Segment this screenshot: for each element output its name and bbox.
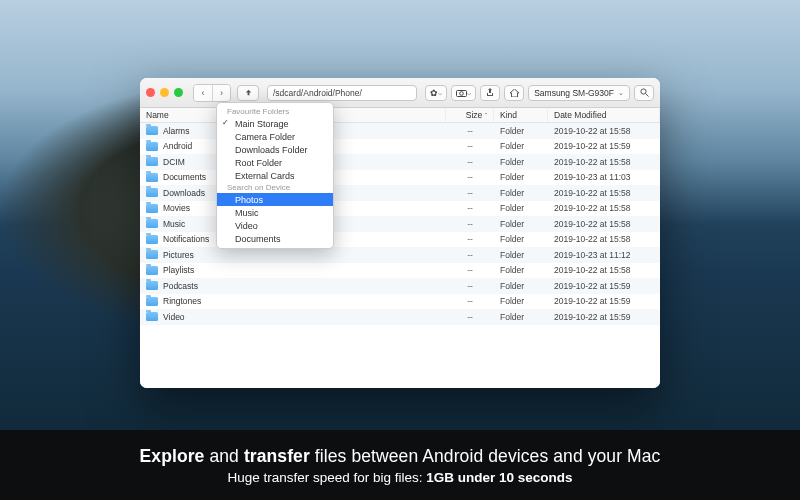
- dropdown-item[interactable]: Music: [217, 206, 333, 219]
- traffic-lights: [146, 88, 183, 97]
- file-date: 2019-10-22 at 15:58: [548, 219, 660, 229]
- folder-icon: [146, 126, 158, 135]
- file-kind: Folder: [494, 281, 548, 291]
- file-size: --: [446, 296, 494, 306]
- back-button[interactable]: ‹: [194, 85, 212, 101]
- file-kind: Folder: [494, 265, 548, 275]
- file-name: DCIM: [163, 157, 185, 167]
- file-size: --: [446, 219, 494, 229]
- file-date: 2019-10-22 at 15:58: [548, 157, 660, 167]
- dropdown-section-header: Search on Device: [217, 182, 333, 193]
- file-name: Pictures: [163, 250, 194, 260]
- dropdown-item[interactable]: Documents: [217, 232, 333, 245]
- close-button[interactable]: [146, 88, 155, 97]
- table-row[interactable]: Ringtones--Folder2019-10-22 at 15:59: [140, 294, 660, 310]
- file-kind: Folder: [494, 172, 548, 182]
- table-row[interactable]: Podcasts--Folder2019-10-22 at 15:59: [140, 278, 660, 294]
- marketing-caption: Explore and transfer files between Andro…: [0, 430, 800, 500]
- file-kind: Folder: [494, 296, 548, 306]
- caption-line-2: Huge transfer speed for big files: 1GB u…: [227, 470, 572, 485]
- up-folder-button[interactable]: [237, 85, 259, 101]
- search-icon: [640, 88, 649, 97]
- dropdown-item[interactable]: Main Storage: [217, 117, 333, 130]
- folder-icon: [146, 219, 158, 228]
- file-name: Video: [163, 312, 185, 322]
- device-label: Samsung SM-G930F: [534, 88, 614, 98]
- column-size[interactable]: Size ˆ: [446, 108, 494, 122]
- dropdown-item[interactable]: Root Folder: [217, 156, 333, 169]
- file-kind: Folder: [494, 188, 548, 198]
- file-size: --: [446, 312, 494, 322]
- table-row[interactable]: Pictures--Folder2019-10-23 at 11:12: [140, 247, 660, 263]
- folder-icon: [146, 157, 158, 166]
- folder-icon: [146, 281, 158, 290]
- file-name: Downloads: [163, 188, 205, 198]
- file-size: --: [446, 265, 494, 275]
- file-date: 2019-10-22 at 15:59: [548, 281, 660, 291]
- folder-icon: [146, 188, 158, 197]
- sort-indicator-icon: ˆ: [485, 112, 487, 119]
- caption-line-1: Explore and transfer files between Andro…: [140, 446, 661, 467]
- svg-point-2: [640, 89, 645, 94]
- home-button[interactable]: [504, 85, 524, 101]
- settings-button[interactable]: ✿ ⌵: [425, 85, 447, 101]
- share-button[interactable]: [480, 85, 500, 101]
- maximize-button[interactable]: [174, 88, 183, 97]
- file-date: 2019-10-22 at 15:59: [548, 141, 660, 151]
- file-kind: Folder: [494, 203, 548, 213]
- dropdown-item[interactable]: Photos: [217, 193, 333, 206]
- folder-icon: [146, 250, 158, 259]
- file-kind: Folder: [494, 234, 548, 244]
- file-kind: Folder: [494, 141, 548, 151]
- file-size: --: [446, 141, 494, 151]
- folder-icon: [146, 266, 158, 275]
- dropdown-item[interactable]: Downloads Folder: [217, 143, 333, 156]
- dropdown-item[interactable]: External Cards: [217, 169, 333, 182]
- file-kind: Folder: [494, 250, 548, 260]
- folder-icon: [146, 297, 158, 306]
- file-date: 2019-10-22 at 15:58: [548, 234, 660, 244]
- chevron-down-icon: ⌵: [467, 89, 471, 97]
- dropdown-section-header: Favourite Folders: [217, 106, 333, 117]
- dropdown-item[interactable]: Video: [217, 219, 333, 232]
- file-size: --: [446, 250, 494, 260]
- svg-line-3: [645, 94, 648, 97]
- file-kind: Folder: [494, 312, 548, 322]
- file-date: 2019-10-22 at 15:59: [548, 296, 660, 306]
- path-field[interactable]: /sdcard/Android/Phone/: [267, 85, 417, 101]
- chevron-down-icon: ⌵: [438, 89, 442, 97]
- minimize-button[interactable]: [160, 88, 169, 97]
- folder-icon: [146, 173, 158, 182]
- file-name: Playlists: [163, 265, 194, 275]
- folder-icon: [146, 204, 158, 213]
- share-icon: [486, 88, 494, 97]
- table-row[interactable]: Playlists--Folder2019-10-22 at 15:58: [140, 263, 660, 279]
- file-size: --: [446, 126, 494, 136]
- favourites-dropdown: Favourite Folders Main StorageCamera Fol…: [216, 102, 334, 249]
- file-size: --: [446, 188, 494, 198]
- file-date: 2019-10-22 at 15:58: [548, 265, 660, 275]
- column-date[interactable]: Date Modified: [548, 108, 660, 122]
- camera-button[interactable]: ⌵: [451, 85, 476, 101]
- table-row[interactable]: Video--Folder2019-10-22 at 15:59: [140, 309, 660, 325]
- file-name: Podcasts: [163, 281, 198, 291]
- folder-icon: [146, 312, 158, 321]
- forward-button[interactable]: ›: [212, 85, 230, 101]
- search-button[interactable]: [634, 85, 654, 101]
- file-size: --: [446, 157, 494, 167]
- file-name: Alarms: [163, 126, 189, 136]
- file-date: 2019-10-22 at 15:58: [548, 126, 660, 136]
- file-size: --: [446, 203, 494, 213]
- nav-back-forward: ‹ ›: [193, 84, 231, 102]
- file-date: 2019-10-22 at 15:59: [548, 312, 660, 322]
- file-size: --: [446, 172, 494, 182]
- file-name: Documents: [163, 172, 206, 182]
- file-date: 2019-10-22 at 15:58: [548, 188, 660, 198]
- device-selector[interactable]: Samsung SM-G930F ⌄: [528, 85, 630, 101]
- column-kind[interactable]: Kind: [494, 108, 548, 122]
- dropdown-item[interactable]: Camera Folder: [217, 130, 333, 143]
- file-kind: Folder: [494, 126, 548, 136]
- folder-icon: [146, 235, 158, 244]
- file-size: --: [446, 234, 494, 244]
- gear-icon: ✿: [430, 88, 438, 98]
